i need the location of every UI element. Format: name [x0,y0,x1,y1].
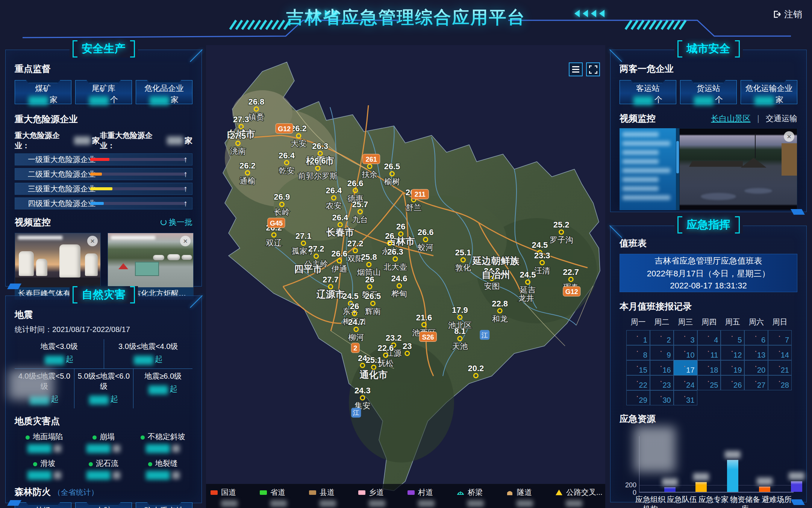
camera-list-item-redacted[interactable] [623,141,670,146]
calendar-day-28[interactable]: 28 [768,375,792,390]
calendar-day-9[interactable]: 9 [650,345,674,360]
hazard-level-bar [90,173,102,176]
calendar-day-22[interactable]: 22 [626,375,650,390]
calendar-day-5[interactable]: 5 [721,330,744,345]
camera-list[interactable] [620,128,676,210]
scrollbar-thumb[interactable] [676,141,679,173]
legend-item-国道[interactable]: 国道 [211,487,260,508]
calendar-day-25[interactable]: 25 [697,375,721,390]
calendar-day-11[interactable]: 11 [697,345,721,360]
day-number: 26 [733,381,742,390]
green-dot-icon [33,462,37,466]
legend-item-桥梁[interactable]: 桥梁 [457,487,506,508]
legend-swatch [408,490,415,495]
temperature-label: 26.5 [365,291,381,301]
calendar-day-26[interactable]: 26 [721,375,744,390]
duty-roster-card[interactable]: 吉林省应急管理厅应急值班表 2022年8月17日（今日，星期三） 2022-08… [620,254,797,292]
refresh-videos-link[interactable]: 换一批 [161,217,192,227]
redacted-value [754,96,774,105]
calendar-day-20[interactable]: 20 [744,360,768,375]
camera-list-item-redacted[interactable] [623,132,659,137]
quake-unit: 起 [51,394,59,403]
calendar-day-31[interactable]: 31 [674,390,697,405]
earthquake-heading: 地震 [15,309,192,321]
city-enterprise-card-value: 个 [620,94,676,105]
calendar-day-10[interactable]: 10 [674,345,697,360]
camera-list-item-redacted[interactable] [623,168,670,173]
legend-item-省道[interactable]: 省道 [260,487,309,508]
temperature-label: 22.7 [563,267,579,277]
calendar-day-17[interactable]: 17 [674,360,697,375]
shed-shape [135,262,159,276]
weekday-header: 周日 [768,317,792,327]
camera-list-item-redacted[interactable] [623,150,659,155]
legend-label: 乡道 [369,487,384,497]
close-icon[interactable]: × [180,236,191,246]
map-layers-button[interactable] [569,62,583,76]
transport-link[interactable]: 交通运输 [766,113,797,124]
calendar-day-24[interactable]: 24 [674,375,697,390]
day-number: 13 [757,351,765,359]
geo-hazard-label-row: 滑坡 [15,458,74,469]
camera-list-item-redacted[interactable] [623,177,659,182]
legend-item-村道[interactable]: 村道 [408,487,457,508]
temperature-label: 24 [358,353,367,363]
logout-button[interactable]: 注销 [773,8,802,20]
calendar-day-18[interactable]: 18 [697,360,721,375]
temperature-label: 26.6 [310,156,326,165]
legend-item-公路交叉...[interactable]: 公路交叉... [555,487,604,508]
legend-label: 公路交叉... [566,487,603,497]
resource-bar-1 [695,482,707,492]
temperature-label: 24.5 [342,291,359,301]
calendar-day-1[interactable]: 1 [626,330,650,345]
panel-emergency-command: 应急指挥 值班表 吉林省应急管理厅应急值班表 2022年8月17日（今日，星期三… [610,226,807,502]
temperature-label: 25.1 [455,248,471,257]
calendar-day-16[interactable]: 16 [650,360,674,375]
camera-list-item-redacted[interactable] [623,195,670,200]
calendar-day-7[interactable]: 7 [768,330,792,345]
close-icon[interactable]: × [87,236,98,246]
calendar-day-15[interactable]: 15 [626,360,650,375]
duty-roster-heading: 值班表 [620,237,797,249]
calendar-day-12[interactable]: 12 [721,345,744,360]
redacted-unit [172,445,180,452]
legend-item-乡道[interactable]: 乡道 [358,487,408,508]
legend-item-隧道[interactable]: 隧道 [506,487,555,508]
close-icon[interactable]: × [784,131,794,142]
live-video-player[interactable]: × [679,128,797,210]
calendar-day-4[interactable]: 4 [697,330,721,345]
map-fullscreen-button[interactable] [586,62,600,76]
record-dot-icon [661,366,662,367]
calendar-day-14[interactable]: 14 [768,345,792,360]
camera-list-scrollbar[interactable] [676,128,679,210]
temperature-label: 27.7 [323,275,339,284]
calendar-day-2[interactable]: 2 [650,330,674,345]
place-label: 和龙 [492,314,508,323]
changbaishan-link[interactable]: 长白山景区 [711,113,750,124]
temperature-label: 24.5 [532,240,548,250]
day-number: 21 [781,366,789,375]
calendar-day-30[interactable]: 30 [650,390,674,405]
horizontal-tank-shape [182,255,192,260]
camera-list-item-redacted[interactable] [623,186,659,191]
calendar-day-8[interactable]: 8 [626,345,650,360]
weekday-header: 周三 [674,317,697,327]
temperature-label: 27.2 [347,239,364,248]
place-label: 榆树 [384,177,400,186]
city-label: 长春市 [326,227,354,237]
legend-item-县道[interactable]: 县道 [309,487,358,508]
map-container[interactable]: 26.8镇赉27.3白城市27.5洮南26.2大安26.3松原市26.6前郭尔罗… [206,45,605,508]
calendar-day-23[interactable]: 23 [650,375,674,390]
temperature-label: 26.4 [326,186,342,195]
calendar-day-19[interactable]: 19 [721,360,744,375]
calendar-day-6[interactable]: 6 [744,330,768,345]
calendar-day-27[interactable]: 27 [744,375,768,390]
calendar-day-13[interactable]: 13 [744,345,768,360]
calendar-day-29[interactable]: 29 [626,390,650,405]
calendar-day-21[interactable]: 21 [768,360,792,375]
legend-count-redacted [270,500,287,507]
geo-hazard-count [74,444,133,453]
camera-list-item-redacted[interactable] [623,159,659,164]
calendar-day-3[interactable]: 3 [674,330,697,345]
bar-category-label: 避难场所 [761,495,792,508]
